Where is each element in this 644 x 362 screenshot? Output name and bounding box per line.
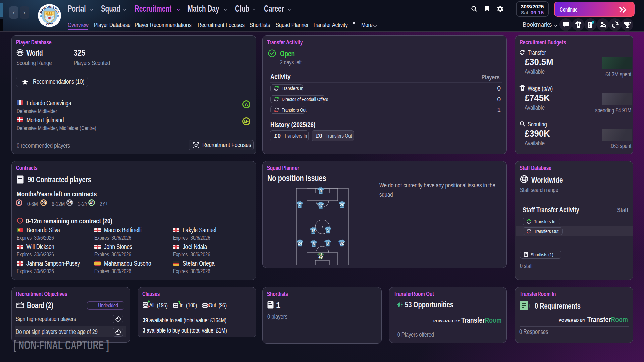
svg-text:94: 94: [57, 15, 59, 17]
svg-text:18: 18: [40, 15, 42, 17]
svg-text:CITY: CITY: [46, 23, 53, 26]
